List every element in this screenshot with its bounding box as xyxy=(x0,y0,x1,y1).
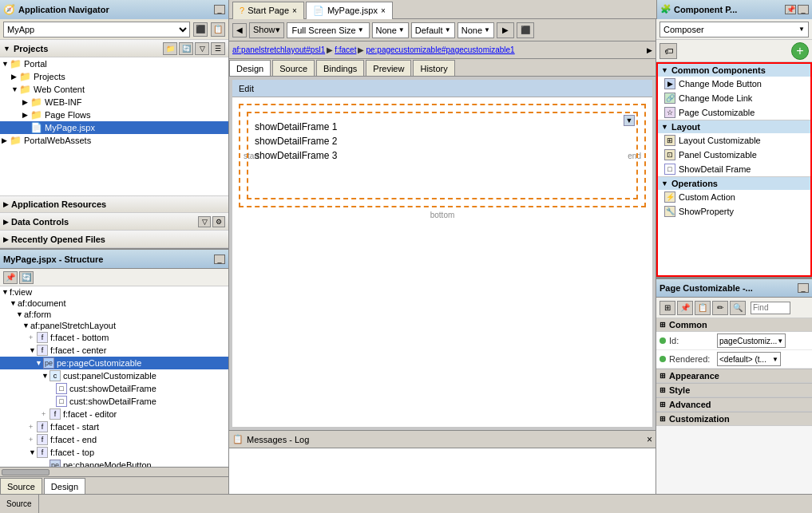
new-project-btn[interactable]: 📁 xyxy=(163,42,177,55)
comp-change-mode-btn[interactable]: ▶ Change Mode Button xyxy=(658,77,810,91)
prop-btn1[interactable]: ⊞ xyxy=(660,301,675,315)
prop-section-common[interactable]: ⊞ Common xyxy=(656,318,812,332)
breadcrumb-item-1[interactable]: af:panelstretchlayout#psl1 xyxy=(232,45,325,54)
center-stop-btn[interactable]: ⬛ xyxy=(517,22,534,38)
options-dropdown3[interactable]: None ▼ xyxy=(457,22,494,38)
recently-opened-label: Recently Opened Files xyxy=(11,235,105,244)
screen-size-dropdown[interactable]: Full Screen Size ▼ xyxy=(287,22,370,38)
struct-facet-bottom[interactable]: + f f:facet - bottom xyxy=(0,331,228,344)
struct-pin-btn[interactable]: 📌 xyxy=(3,271,18,284)
tree-item-page-flows[interactable]: ▶ 📁 Page Flows xyxy=(0,109,228,121)
structure-scrollbar-thumb[interactable] xyxy=(2,469,50,476)
messages-close-btn[interactable]: × xyxy=(647,434,652,445)
comp-change-mode-link[interactable]: 🔗 Change Mode Link xyxy=(658,91,810,105)
tab-design[interactable]: Design xyxy=(44,478,85,494)
recently-opened-header[interactable]: ▶ Recently Opened Files xyxy=(0,231,228,248)
center-run-btn[interactable]: ▶ xyxy=(497,22,514,38)
comp-show-property[interactable]: 🔧 ShowProperty xyxy=(658,204,810,219)
struct-facet-end[interactable]: + f f:facet - end xyxy=(0,433,228,446)
prop-section-advanced[interactable]: ⊞ Advanced xyxy=(656,397,812,412)
tree-item-portal-web-assets[interactable]: ▶ 📁 PortalWebAssets xyxy=(0,134,228,147)
app-resources-header[interactable]: ▶ Application Resources xyxy=(0,195,228,213)
data-controls-header[interactable]: ▶ Data Controls ▽ ⚙ xyxy=(0,213,228,231)
tab-mypage-jspx[interactable]: 📄 MyPage.jspx × xyxy=(306,2,393,19)
struct-facet-top[interactable]: ▼ f f:facet - top xyxy=(0,446,228,459)
find-input[interactable] xyxy=(751,302,790,314)
tab-source-view[interactable]: Source xyxy=(272,60,315,76)
tree-item-webinf[interactable]: ▶ 📁 WEB-INF xyxy=(0,96,228,109)
struct-custshow1[interactable]: □ cust:showDetailFrame xyxy=(0,382,228,395)
menu-btn[interactable]: ☰ xyxy=(211,42,225,55)
dc-filter-btn[interactable]: ▽ xyxy=(198,216,211,227)
tab-bindings-view[interactable]: Bindings xyxy=(316,60,364,76)
green-plus-btn[interactable]: + xyxy=(791,42,809,60)
app-selector-dropdown[interactable]: MyApp xyxy=(3,22,190,37)
tree-item-app-sources[interactable]: ▶ 📁 Projects xyxy=(0,70,228,83)
tab-design-view[interactable]: Design xyxy=(229,60,271,76)
prop-section-appearance[interactable]: ⊞ Appearance xyxy=(656,369,812,383)
app-navigator-minimize[interactable]: _ xyxy=(214,5,225,14)
comp-icon-1[interactable]: 🏷 xyxy=(660,43,677,59)
center-back-btn[interactable]: ◀ xyxy=(232,23,247,37)
struct-custshow2[interactable]: □ cust:showDetailFrame xyxy=(0,395,228,408)
prop-section-style[interactable]: ⊞ Style xyxy=(656,383,812,397)
prop-value-rendered[interactable]: <default> (t... ▼ xyxy=(717,352,809,366)
comp-custom-action[interactable]: ⚡ Custom Action xyxy=(658,190,810,204)
tree-item-mypage[interactable]: 📄 MyPage.jspx xyxy=(0,121,228,134)
struct-pegcustomizable[interactable]: ▼ pe pe:pageCustomizable xyxy=(0,357,228,369)
left-panel: MyApp ⬛ 📋 ▼ Projects 📁 🔄 ▽ ☰ ▼ 📁 xyxy=(0,19,229,494)
prop-search-btn[interactable]: 🔍 xyxy=(730,301,746,315)
prop-btn4[interactable]: ✏ xyxy=(712,301,728,315)
tab-start-page[interactable]: ? Start Page × xyxy=(232,2,304,19)
struct-custpanel[interactable]: ▼ c cust:panelCustomizable xyxy=(0,369,228,382)
breadcrumb-item-2[interactable]: f:facet xyxy=(335,45,356,54)
projects-arrow: ▼ xyxy=(3,45,10,53)
appearance-section-arrow: ⊞ xyxy=(660,372,666,380)
component-pin-btn[interactable]: 📌 xyxy=(785,5,796,14)
struct-facet-center[interactable]: ▼ f f:facet - center xyxy=(0,344,228,357)
mypage-tab-icon: 📄 xyxy=(313,6,324,16)
props-minimize-btn[interactable]: _ xyxy=(798,283,809,293)
app-selector-btn2[interactable]: 📋 xyxy=(211,22,225,37)
struct-fview[interactable]: ▼ f:view xyxy=(0,286,228,298)
breadcrumb-scroll-right[interactable]: ▶ xyxy=(647,46,652,54)
mypage-tab-close[interactable]: × xyxy=(381,6,386,15)
start-page-close[interactable]: × xyxy=(292,6,297,15)
tree-item-portal[interactable]: ▼ 📁 Portal xyxy=(0,57,228,70)
comp-showdetail-frame[interactable]: □ ShowDetail Frame xyxy=(658,162,810,176)
tab-history-view[interactable]: History xyxy=(413,60,454,76)
struct-afform[interactable]: ▼ af:form xyxy=(0,309,228,320)
comp-layout-customizable[interactable]: ⊞ Layout Customizable xyxy=(658,133,810,148)
struct-facet-start[interactable]: + f f:facet - start xyxy=(0,420,228,433)
struct-refresh-btn[interactable]: 🔄 xyxy=(19,271,34,284)
show-dropdown[interactable]: Show▾ xyxy=(249,22,284,38)
projects-section-header[interactable]: ▼ Projects 📁 🔄 ▽ ☰ xyxy=(0,40,228,57)
app-selector-btn1[interactable]: ⬛ xyxy=(193,22,208,37)
struct-afpanelstretch[interactable]: ▼ af:panelStretchLayout xyxy=(0,320,228,331)
component-minimize-btn[interactable]: _ xyxy=(798,5,809,14)
refresh-btn[interactable]: 🔄 xyxy=(179,42,193,55)
prop-btn3[interactable]: 📋 xyxy=(695,301,711,315)
structure-minimize-btn[interactable]: _ xyxy=(214,255,225,264)
struct-afdocument[interactable]: ▼ af:document xyxy=(0,298,228,309)
composer-dropdown[interactable]: Composer ▼ xyxy=(660,22,809,37)
breadcrumb-item-3[interactable]: pe:pagecustomizable#pagecustomizable1 xyxy=(366,45,514,54)
prop-btn2[interactable]: 📌 xyxy=(677,301,693,315)
filter-btn[interactable]: ▽ xyxy=(195,42,209,55)
comp-page-customizable[interactable]: ☆ Page Customizable xyxy=(658,105,810,120)
struct-pechangemode[interactable]: pe pe:changeModeButton xyxy=(0,459,228,467)
options-dropdown1[interactable]: None ▼ xyxy=(372,22,409,38)
options-dropdown2[interactable]: Default ▼ xyxy=(411,22,455,38)
region-corner-btn[interactable]: ▼ xyxy=(624,115,635,126)
tab-preview-view[interactable]: Preview xyxy=(366,60,411,76)
messages-content xyxy=(229,448,656,494)
prop-section-customization[interactable]: ⊞ Customization xyxy=(656,412,812,426)
struct-facet-editor[interactable]: + f f:facet - editor xyxy=(0,408,228,420)
tab-source[interactable]: Source xyxy=(0,478,42,494)
prop-value-id[interactable]: pageCustomiz... ▼ xyxy=(717,333,809,348)
structure-scrollbar[interactable] xyxy=(0,467,228,476)
dc-menu-btn[interactable]: ⚙ xyxy=(212,216,225,227)
tree-item-web-content[interactable]: ▼ 📁 Web Content xyxy=(0,83,228,96)
comp-panel-customizable[interactable]: ⊡ Panel Customizable xyxy=(658,148,810,162)
facet-bottom-icon: f xyxy=(37,332,48,343)
